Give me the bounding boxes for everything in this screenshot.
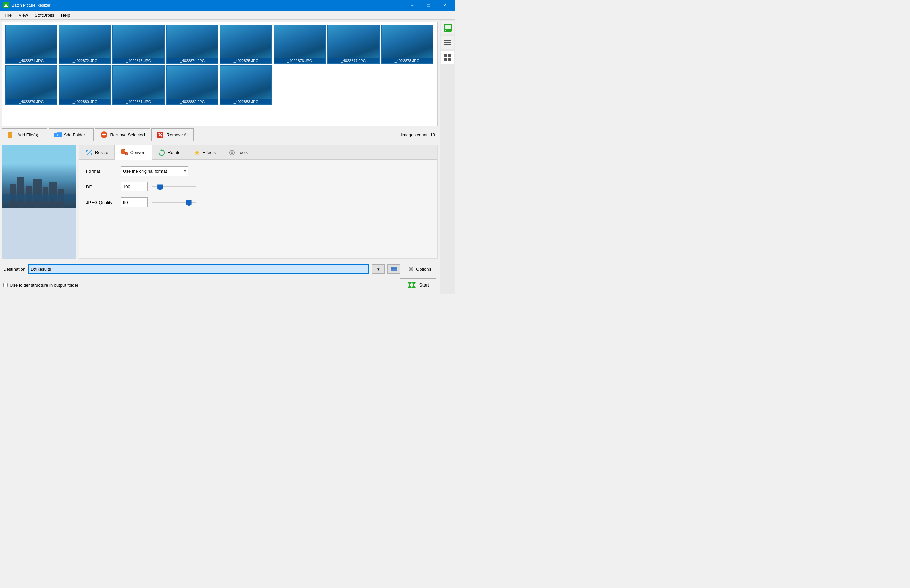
thumbnail-item[interactable]: _4022876.JPG: [273, 25, 326, 64]
thumbnail-area[interactable]: _4022871.JPG _4022872.JPG _4022873.JPG _…: [2, 22, 438, 126]
add-folder-label: Add Folder...: [64, 132, 89, 137]
svg-rect-5: [8, 135, 11, 136]
thumbnail-item[interactable]: _4022874.JPG: [166, 25, 218, 64]
menu-help[interactable]: Help: [58, 11, 74, 19]
thumbnail-item[interactable]: _4022872.JPG: [59, 25, 111, 64]
thumbnail-label: _4022872.JPG: [60, 58, 110, 63]
thumbnail-label: _4022876.JPG: [274, 58, 325, 63]
remove-selected-button[interactable]: Remove Selected: [95, 128, 150, 141]
thumbnail-item[interactable]: _4022875.JPG: [220, 25, 272, 64]
tab-resize-label: Resize: [95, 150, 108, 155]
svg-point-22: [230, 150, 234, 155]
tab-rotate[interactable]: Rotate: [152, 145, 187, 159]
thumbnail-item[interactable]: _4022883.JPG: [220, 66, 272, 105]
menu-file[interactable]: File: [2, 11, 15, 19]
thumbnail-item[interactable]: _4022880.JPG: [59, 66, 111, 105]
svg-point-32: [410, 268, 412, 270]
svg-marker-37: [407, 282, 412, 288]
svg-text:+: +: [57, 133, 59, 137]
start-label: Start: [419, 282, 429, 288]
svg-rect-40: [445, 25, 451, 29]
dpi-slider[interactable]: [152, 186, 196, 187]
thumbnail-item[interactable]: _4022882.JPG: [166, 66, 218, 105]
tab-effects[interactable]: Effects: [187, 145, 223, 159]
close-button[interactable]: ✕: [437, 0, 453, 11]
work-area: Resize ↑ Convert: [0, 143, 440, 260]
destination-browse-button[interactable]: [387, 264, 400, 274]
thumbnail-item[interactable]: _4022881.JPG: [112, 66, 165, 105]
thumbnail-label: _4022882.JPG: [167, 99, 218, 104]
add-files-button[interactable]: Add File(s)...: [2, 128, 47, 141]
add-folder-button[interactable]: + Add Folder...: [48, 128, 94, 141]
destination-input[interactable]: [28, 264, 369, 274]
start-button[interactable]: Start: [400, 278, 436, 291]
thumbnail-label: _4022879.JPG: [6, 99, 57, 104]
thumbnail-item[interactable]: _4022879.JPG: [5, 66, 57, 105]
jpeg-quality-input[interactable]: [121, 197, 147, 207]
svg-rect-42: [444, 40, 446, 41]
svg-point-31: [409, 267, 413, 271]
thumbnail-label: _4022871.JPG: [6, 58, 57, 63]
sidebar-grid-button[interactable]: [441, 51, 454, 64]
rotate-icon: [158, 149, 165, 156]
jpeg-quality-label: JPEG Quality: [86, 200, 116, 205]
options-label: Options: [416, 267, 431, 272]
add-folder-icon: +: [54, 131, 62, 139]
maximize-button[interactable]: □: [421, 0, 436, 11]
svg-marker-38: [412, 282, 415, 288]
format-select-wrapper: Use the original format JPEG PNG BMP TIF…: [121, 166, 188, 176]
thumbnail-item[interactable]: _4022877.JPG: [327, 25, 380, 64]
dpi-input[interactable]: [121, 182, 147, 191]
window-controls: − □ ✕: [404, 0, 453, 11]
footer-row: Use folder structure in output folder St…: [0, 277, 440, 294]
jpeg-quality-slider[interactable]: [152, 202, 196, 203]
app-title: Batch Picture Resizer: [11, 3, 404, 8]
thumbnail-item[interactable]: _4022871.JPG: [5, 25, 57, 64]
destination-dropdown-button[interactable]: ▾: [372, 264, 385, 274]
jpeg-quality-slider-container: [152, 202, 196, 203]
svg-rect-43: [444, 42, 446, 43]
menu-view[interactable]: View: [15, 11, 31, 19]
svg-text:↑: ↑: [126, 153, 127, 156]
left-area: _4022871.JPG _4022872.JPG _4022873.JPG _…: [0, 19, 440, 294]
sidebar-preview-button[interactable]: [441, 21, 454, 34]
tab-tools[interactable]: Tools: [222, 145, 254, 159]
svg-point-23: [231, 152, 233, 153]
svg-marker-21: [194, 149, 200, 156]
tabs: Resize ↑ Convert: [79, 145, 437, 160]
folder-structure-checkbox[interactable]: [3, 283, 8, 287]
minimize-button[interactable]: −: [404, 0, 420, 11]
svg-rect-51: [448, 58, 451, 61]
tab-convert[interactable]: ↑ Convert: [115, 145, 152, 160]
svg-rect-49: [448, 54, 451, 57]
svg-rect-6: [8, 136, 10, 136]
preview-image: [2, 145, 76, 208]
svg-rect-46: [446, 42, 451, 43]
svg-rect-44: [444, 44, 446, 45]
dpi-label: DPI: [86, 184, 116, 189]
remove-all-icon: [156, 131, 165, 139]
menu-softorbits[interactable]: SoftOrbits: [31, 11, 58, 19]
toolbar: Add File(s)... + Add Folder...: [0, 126, 440, 143]
app-icon: [3, 2, 10, 9]
folder-structure-checkbox-label[interactable]: Use folder structure in output folder: [3, 283, 78, 288]
tab-resize[interactable]: Resize: [79, 145, 115, 159]
options-button[interactable]: Options: [403, 263, 436, 275]
svg-rect-45: [446, 40, 451, 41]
thumbnail-item[interactable]: _4022878.JPG: [381, 25, 433, 64]
destination-label: Destination: [3, 267, 25, 272]
thumbnail-label: _4022880.JPG: [60, 99, 110, 104]
tab-tools-label: Tools: [238, 150, 248, 155]
thumbnail-item[interactable]: _4022873.JPG: [112, 25, 165, 64]
thumbnail-label: _4022878.JPG: [381, 58, 433, 63]
format-row: Format Use the original format JPEG PNG …: [86, 166, 430, 176]
thumbnail-label: _4022883.JPG: [220, 99, 272, 104]
main-content: _4022871.JPG _4022872.JPG _4022873.JPG _…: [0, 19, 455, 294]
add-file-icon: [7, 131, 15, 139]
remove-selected-label: Remove Selected: [110, 132, 145, 137]
format-select[interactable]: Use the original format JPEG PNG BMP TIF…: [121, 166, 188, 176]
images-count: Images count: 13: [401, 132, 438, 137]
sidebar-list-button[interactable]: [441, 36, 454, 49]
tab-rotate-label: Rotate: [168, 150, 180, 155]
remove-all-button[interactable]: Remove All: [151, 128, 194, 141]
